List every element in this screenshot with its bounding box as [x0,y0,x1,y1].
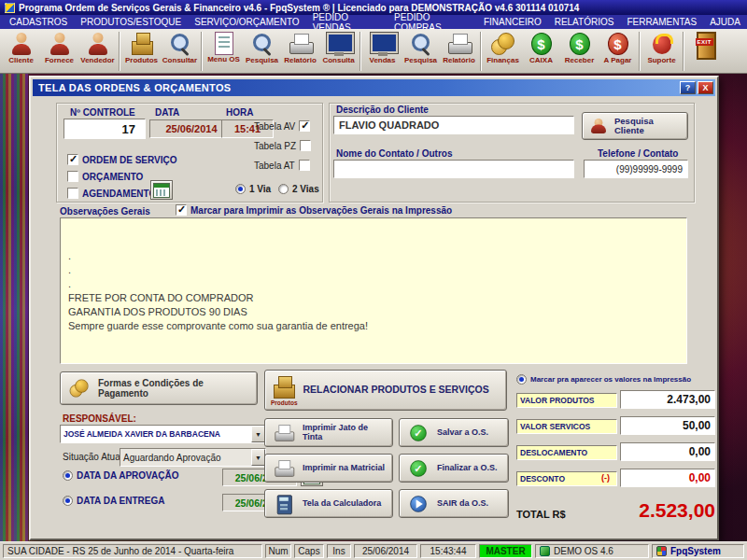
toolbar-button-vendedor[interactable]: Vendedor [78,30,117,72]
observacoes-textarea[interactable]: . . . FRETE POR CONTA DO COMPRADOR GARAN… [60,217,687,364]
toolbar-label: Receber [565,57,595,64]
close-button[interactable]: X [698,81,713,94]
dollar-icon [567,32,593,56]
checkbox-icon [67,188,78,199]
dollar-red-icon [605,32,631,56]
menu-produtos-estoque[interactable]: PRODUTOS/ESTOQUE [74,17,188,27]
radio-icon [63,496,73,506]
status-city: SUA CIDADE - RS 25 de Junho de 2014 - Qu… [3,544,262,558]
radio-1-via[interactable]: 1 Via [235,184,271,194]
toolbar-button-vendas[interactable]: Vendas [363,30,402,72]
radio-icon [516,374,527,385]
radio-data-entrega[interactable]: DATA DA ENTREGA [63,496,164,506]
toolbar-button-pesquisa-vendas[interactable]: Pesquisa [402,30,440,72]
toolbar-button-relatorio-os[interactable]: Relatório [281,30,319,72]
brand-icon [656,546,667,556]
toolbar-button-suporte[interactable]: Suporte [642,30,681,72]
menubar: CADASTROS PRODUTOS/ESTOQUE SERVIÇO/ORÇAM… [0,15,747,29]
checkbox-ordem-de-servico[interactable]: ORDEM DE SERVIÇO [67,154,177,165]
combobox-value: Aguardando Aprovação [123,453,221,463]
cliente-label: Descrição do Cliente [336,105,429,115]
checkbox-orcamento[interactable]: ORÇAMENTO [67,171,143,182]
printer-icon [288,32,314,56]
toolbar-separator [359,32,361,71]
imprimir-matricial-button[interactable]: Imprimir na Matricial [264,454,393,483]
deslocamento-value: 0,00 [620,442,715,461]
toolbar-button-a-pagar[interactable]: A Pagar [599,30,637,72]
printer-icon [274,458,294,478]
valor-produtos-label: VALOR PRODUTOS [516,393,617,408]
menu-servico-orcamento[interactable]: SERVIÇO/ORÇAMENTO [188,17,305,27]
agenda-image-button[interactable] [150,180,173,200]
checkbox-label: Tabela AV [254,121,295,132]
controle-field[interactable]: 17 [63,119,146,139]
toolbar-label: Suporte [647,57,675,64]
toolbar-button-cliente[interactable]: Cliente [2,30,40,72]
deslocamento-label: DESLOCAMENTO [516,445,617,460]
telefone-label: Telefone / Contato [598,148,678,159]
menu-relatorios[interactable]: RELATÓRIOS [548,17,621,27]
imprimir-jato-button[interactable]: Imprimir Jato de Tinta [264,418,393,447]
checkbox-imprimir-observacoes[interactable]: Marcar para Imprimir as Observações Gera… [176,204,452,216]
toolbar-label: Relatório [284,57,317,64]
coins-icon [490,32,516,56]
checkbox-label: Tabela PZ [254,141,296,151]
cliente-field[interactable]: FLAVIO QUADRADO [333,116,574,134]
toolbar-button-pesquisa-os[interactable]: Pesquisa [243,30,281,72]
situacao-combobox[interactable]: Aguardando Aprovação ▼ [120,448,266,467]
formas-pagamento-button[interactable]: Formas e Condições de Pagamento [60,371,258,405]
chevron-down-icon[interactable]: ▼ [251,449,265,466]
checkbox-tabela-pz[interactable]: Tabela PZ [254,140,311,151]
finalizar-os-button[interactable]: Finalizar a O.S. [399,454,509,483]
toolbar-button-produtos[interactable]: Produtos [122,30,161,72]
checkbox-agendamento[interactable]: AGENDAMENTO [67,188,156,199]
responsavel-combobox[interactable]: JOSÉ ALMEIDA XAVIER DA BARBACENA ▼ [60,425,266,443]
relacionar-produtos-button[interactable]: Produtos RELACIONAR PRODUTOS E SERVIÇOS [264,370,507,411]
radio-2-vias[interactable]: 2 Vias [278,184,319,194]
toolbar-button-menu-os[interactable]: Menu OS [204,30,243,72]
toolbar-label: Vendedor [80,57,114,64]
os-window: TELA DAS ORDENS & ORÇAMENTOS ? X Nº CONT… [29,76,719,540]
status-user-badge: MASTER [479,544,532,558]
menu-ajuda[interactable]: AJUDA [703,17,747,27]
toolbar-button-financas[interactable]: Finanças [484,30,522,72]
support-icon [649,32,675,56]
checkbox-icon [176,204,187,216]
arrow-icon [408,494,429,513]
controle-label: Nº CONTROLE [70,107,135,118]
os-window-titlebar[interactable]: TELA DAS ORDENS & ORÇAMENTOS ? X [33,79,715,96]
contato-field[interactable] [333,160,574,178]
menu-cadastros[interactable]: CADASTROS [3,17,74,27]
telefone-field[interactable]: (99)99999-9999 [584,160,688,178]
radio-icon [278,184,289,194]
toolbar-label: Consulta [322,57,354,64]
radio-valores-impressao[interactable]: Marcar pra aparecer os valores na Impres… [516,374,691,385]
toolbar-label: Vendas [369,57,395,64]
toolbar-button-fornecedor[interactable]: Fornece [40,30,78,72]
salvar-os-button[interactable]: Salvar a O.S. [399,418,509,447]
toolbar-button-exit[interactable] [686,30,725,72]
products-icon-label: Produtos [271,399,298,406]
toolbar-button-consultar[interactable]: Consultar [161,30,199,72]
calculadora-button[interactable]: Tela da Calculadora [264,489,393,518]
toolbar-separator [683,32,684,71]
checkbox-label: AGENDAMENTO [82,189,156,199]
sair-os-button[interactable]: SAIR da O.S. [399,489,509,518]
menu-financeiro[interactable]: FINANCEIRO [477,17,548,27]
person-icon [8,32,35,56]
menu-ferramentas[interactable]: FERRAMENTAS [620,17,703,27]
checkbox-tabela-at[interactable]: Tabela AT [254,160,310,171]
checkbox-label: Tabela AT [254,161,295,171]
toolbar-button-relatorio-vendas[interactable]: Relatório [440,30,478,72]
toolbar-button-caixa[interactable]: CAIXA [522,30,560,72]
toolbar-label: Consultar [162,57,197,64]
radio-data-aprovacao[interactable]: DATA DA APROVAÇÃO [63,470,178,481]
pesquisa-cliente-button[interactable]: Pesquisa Cliente [582,112,688,140]
toolbar-separator [201,32,203,71]
toolbar-button-consulta[interactable]: Consulta [319,30,358,72]
help-button[interactable]: ? [680,81,696,94]
checkbox-tabela-av[interactable]: Tabela AV [254,120,310,132]
monitor-icon [370,32,396,56]
toolbar-button-receber[interactable]: Receber [560,30,599,72]
chevron-down-icon[interactable]: ▼ [251,426,265,442]
